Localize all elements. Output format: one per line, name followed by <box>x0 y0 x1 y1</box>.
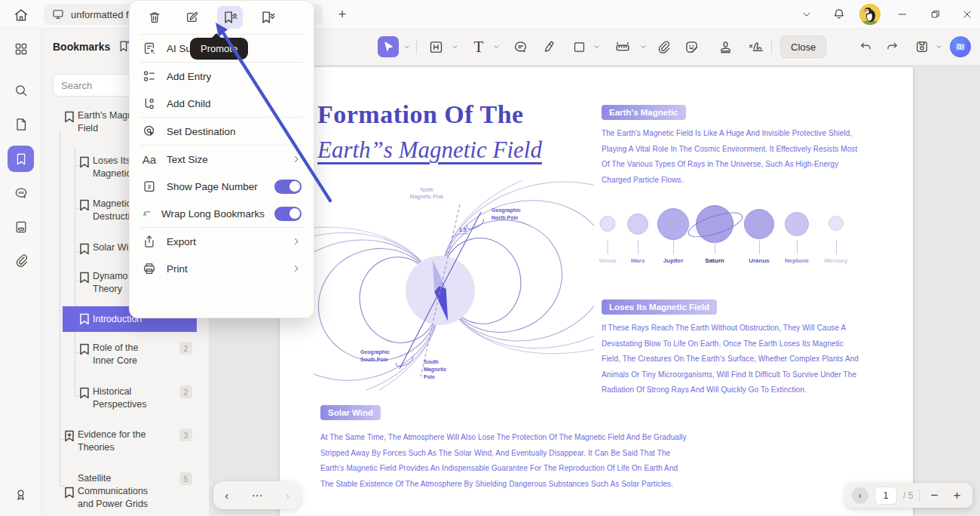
nav-prev-button[interactable]: ‹ <box>225 489 228 502</box>
rail-slides-button[interactable] <box>8 213 34 240</box>
ai-assistant-button[interactable] <box>950 36 971 57</box>
rail-grid-button[interactable] <box>8 35 34 62</box>
menu-item-text-size[interactable]: Aa Text Size <box>130 146 314 173</box>
rail-search-button[interactable] <box>8 77 34 103</box>
redo-button[interactable] <box>881 36 902 57</box>
sticker-tool-button[interactable] <box>681 36 702 57</box>
submenu-chevron-icon <box>291 263 302 274</box>
pen-icon <box>541 39 556 54</box>
text-tool-dropdown[interactable] <box>492 43 501 51</box>
section-paragraph: At The Same Time, The Atmosphere Will Al… <box>320 430 743 492</box>
rail-comments-button[interactable] <box>8 180 34 206</box>
heading-tool-dropdown[interactable] <box>451 43 460 51</box>
rename-bookmark-button[interactable] <box>179 6 205 29</box>
bookmark-icon <box>79 199 90 211</box>
puffin-avatar-image <box>859 4 880 25</box>
left-icon-rail <box>0 29 41 516</box>
close-mode-button[interactable]: Close <box>780 35 826 58</box>
zoom-in-button[interactable]: + <box>948 488 965 503</box>
select-tool-dropdown[interactable] <box>403 43 412 51</box>
signature-tool-button[interactable] <box>746 36 767 57</box>
zoom-out-button[interactable]: − <box>926 488 942 503</box>
rail-pages-button[interactable] <box>8 111 34 137</box>
submenu-chevron-icon <box>291 154 302 164</box>
minimize-button[interactable] <box>892 4 913 25</box>
rail-award-button[interactable] <box>8 481 34 508</box>
measure-tool-dropdown[interactable] <box>639 43 648 51</box>
select-tool-button[interactable] <box>378 36 399 57</box>
bookmark-icon <box>79 243 90 255</box>
save-dropdown[interactable] <box>935 43 944 51</box>
bookmark-item[interactable]: Evidence for the Theories 3 <box>41 428 209 454</box>
undo-button[interactable] <box>855 36 876 57</box>
menu-item-add-child[interactable]: Add Child <box>130 90 314 117</box>
close-window-button[interactable] <box>957 4 978 25</box>
menu-item-print[interactable]: Print <box>130 255 314 282</box>
panel-page-nav: ‹ ⋯ › <box>213 481 301 509</box>
menu-item-show-page-number[interactable]: 2 Show Page Number <box>130 173 314 200</box>
bookmark-item[interactable]: Satellite Communications and Power Grids… <box>41 472 209 511</box>
doc-title-line2: Earth”s Magnetic Field <box>317 137 542 164</box>
shape-tool-dropdown[interactable] <box>593 43 602 51</box>
cursor-icon <box>381 40 395 54</box>
restore-icon <box>929 8 942 20</box>
planet-circle <box>657 208 689 240</box>
measure-tool-button[interactable] <box>612 36 633 57</box>
page-number-icon: 2 <box>142 179 157 194</box>
menu-item-export[interactable]: Export <box>130 228 314 255</box>
page-navigation-bar: ‹ / 5 − + <box>846 483 972 508</box>
undo-icon <box>859 40 873 54</box>
shape-tool-button[interactable] <box>568 36 590 57</box>
svg-text:South Pole: South Pole <box>360 357 388 362</box>
pdf-page[interactable]: Formation Of The Earth”s Magnetic Field <box>280 67 913 516</box>
tab-list-button[interactable] <box>796 4 817 25</box>
ruler-icon <box>614 38 631 55</box>
rail-attachments-button[interactable] <box>8 247 34 273</box>
pager-divider <box>919 490 920 502</box>
panel-title: Bookmarks <box>53 41 110 53</box>
attachment-tool-button[interactable] <box>653 36 674 57</box>
diagram-label-south-magnetic: South <box>424 359 439 364</box>
delete-bookmark-button[interactable] <box>142 6 167 29</box>
page-number-input[interactable] <box>874 487 897 505</box>
notifications-button[interactable] <box>828 4 850 25</box>
page-total: / 5 <box>903 490 913 501</box>
heading-tool-button[interactable] <box>425 36 446 57</box>
screen-icon <box>51 8 65 21</box>
rail-bookmarks-button[interactable] <box>8 146 34 172</box>
menu-item-set-destination[interactable]: Set Destination <box>130 118 314 145</box>
text-tool-button[interactable]: T <box>468 36 489 57</box>
bookmark-icon <box>64 487 75 499</box>
previous-page-button[interactable]: ‹ <box>852 487 868 504</box>
planet-circle <box>696 205 733 243</box>
menu-item-add-entry[interactable]: Add Entry <box>130 63 314 90</box>
restore-button[interactable] <box>925 4 946 25</box>
user-avatar[interactable] <box>859 4 880 25</box>
bookmark-item[interactable]: Historical Perspectives 2 <box>41 385 209 411</box>
planet-venus: Venus <box>600 207 616 232</box>
demote-bookmark-button[interactable] <box>255 6 280 29</box>
home-button[interactable] <box>11 5 32 26</box>
set-destination-icon <box>142 124 157 139</box>
document-viewport[interactable]: Formation Of The Earth”s Magnetic Field <box>209 65 980 516</box>
section-paragraph: If These Rays Reach The Earth Without Ob… <box>602 321 896 398</box>
wrap-long-bookmarks-toggle[interactable] <box>274 207 302 221</box>
diagram-label-geo-south: Geographic <box>360 349 390 355</box>
show-page-number-toggle[interactable] <box>274 180 302 194</box>
new-tab-button[interactable]: + <box>333 5 351 23</box>
comment-tool-button[interactable] <box>510 36 531 57</box>
nav-next-button[interactable]: › <box>286 489 289 502</box>
promote-bookmark-button[interactable] <box>217 6 243 29</box>
save-button[interactable] <box>911 36 933 57</box>
text-size-icon: Aa <box>142 153 157 166</box>
wrap-icon <box>142 206 152 221</box>
nav-more-button[interactable]: ⋯ <box>251 489 262 502</box>
minimize-icon <box>896 8 908 20</box>
bell-icon <box>831 7 847 22</box>
pen-tool-button[interactable] <box>538 36 559 57</box>
bookmark-item[interactable]: Role of the Inner Core 2 <box>41 342 209 367</box>
menu-item-wrap-long-bookmarks[interactable]: Wrap Long Bookmarks <box>130 200 314 227</box>
redo-icon <box>885 40 899 54</box>
page-number-badge: 5 <box>179 472 192 485</box>
stamp-tool-button[interactable] <box>715 36 736 57</box>
